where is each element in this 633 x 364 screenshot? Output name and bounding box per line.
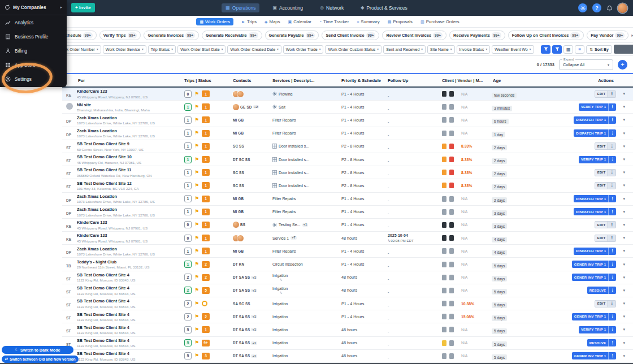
col-client-vendor-m[interactable]: Client | Vendor | M... (441, 78, 488, 83)
work-order-client-name[interactable]: Zach Xmas Location (77, 246, 183, 252)
row-action-button[interactable]: RESOLVE⋮ (587, 339, 617, 346)
trips-count[interactable]: 1 (184, 182, 192, 189)
status-flag-icon[interactable]: ⚑ (194, 236, 199, 241)
table-row[interactable]: ST SB Test Demo Client Site 41122 King R… (62, 310, 633, 323)
trips-count[interactable]: 0 (184, 90, 192, 98)
dark-mode-toggle-button[interactable]: ☾ Switch to Dark Mode (2, 346, 73, 354)
nav-network[interactable]: ◎Network (316, 3, 348, 12)
row-expand-chevron-icon[interactable]: ▾ (623, 223, 625, 227)
services-more-badge[interactable]: +1 (302, 223, 309, 227)
menu-item-settings[interactable]: Settings (0, 72, 67, 86)
work-order-client-name[interactable]: KinderCare 123 (77, 220, 183, 225)
status-flag-icon[interactable]: ⚑ (194, 196, 199, 201)
trips-count[interactable]: 2 (184, 274, 192, 281)
filter-invoice-status[interactable]: Invoice Status▾ (457, 45, 491, 54)
client-doc-icon[interactable] (442, 340, 446, 346)
status-flag-icon[interactable]: ⚑ (194, 144, 199, 149)
status-flag-icon[interactable]: ⚑ (194, 157, 199, 162)
status-flag-icon[interactable]: ⚑ (194, 183, 199, 188)
status-count-badge[interactable]: 1 (202, 103, 210, 110)
client-doc-icon[interactable] (442, 262, 446, 267)
work-order-client-name[interactable]: SB Test Demo Client Site 4 (77, 298, 183, 304)
client-doc-icon[interactable] (442, 91, 446, 97)
trips-count[interactable]: 2 (184, 287, 192, 294)
table-row[interactable]: KE KinderCare 12345 Whippany Road, Whipp… (62, 88, 633, 101)
filter-trip-status[interactable]: Trip Status▾ (148, 45, 176, 54)
sort-by-button[interactable]: ⇅Sort By (586, 45, 612, 54)
trips-count[interactable]: 1 (184, 261, 192, 268)
row-expand-chevron-icon[interactable]: ▾ (623, 157, 625, 162)
menu-item-business-profile[interactable]: Business Profile (0, 29, 67, 44)
row-action-button[interactable]: VERIFY TRIP 1⋮ (579, 326, 617, 333)
stage-generate-invoices[interactable]: Generate Invoices99+ (144, 31, 199, 40)
vendor-doc-icon[interactable] (449, 209, 454, 215)
notifications-bell-icon[interactable] (606, 5, 613, 11)
row-action-button[interactable]: VERIFY TRIP 1⋮ (579, 156, 617, 163)
row-action-button[interactable]: EDIT⋮ (595, 169, 617, 176)
work-order-client-name[interactable]: Zach Xmas Location (77, 115, 183, 120)
stage-verify-trips[interactable]: Verify Trips99+ (99, 31, 141, 40)
vendor-doc-icon[interactable] (449, 248, 454, 254)
contacts-more-badge[interactable]: +1 (251, 315, 257, 318)
row-expand-chevron-icon[interactable]: ▾ (623, 118, 625, 122)
contact-initials[interactable]: MI GB (233, 131, 244, 135)
row-action-button[interactable]: EDIT⋮ (595, 90, 617, 98)
contacts-more-badge[interactable]: +2 (253, 105, 259, 109)
row-expand-chevron-icon[interactable]: ▾ (623, 144, 625, 149)
filter-work-order-start-date[interactable]: Work Order Start Date▾ (177, 45, 226, 54)
status-flag-icon[interactable]: ⚑ (194, 288, 199, 293)
kebab-menu-icon[interactable]: ⋮ (608, 195, 616, 202)
tab-calendar[interactable]: ▣Calendar (288, 19, 311, 24)
table-row[interactable]: ST SB Test Demo Client Site 12101 Hwy 33… (62, 179, 633, 192)
status-flag-icon[interactable]: ⚑ (194, 353, 199, 358)
support-gear-icon[interactable] (578, 3, 587, 12)
status-count-badge[interactable]: 1 (202, 248, 210, 254)
work-order-client-name[interactable]: SB Test Demo Client Site 12 (77, 181, 183, 186)
vendor-doc-icon[interactable] (449, 196, 454, 202)
stage-review-client-invoices[interactable]: Review Client Invoices99+ (382, 31, 446, 40)
menu-item-my-companies[interactable]: My Companies ▸ (0, 0, 67, 15)
row-action-button[interactable]: GENER INV TRIP 1⋮ (572, 313, 617, 320)
table-row[interactable]: DP Zach Xmas Location1073 Lakeshore Driv… (62, 193, 633, 206)
services-more-badge[interactable]: +7 (291, 236, 297, 240)
trips-count[interactable]: 1 (184, 195, 192, 202)
contact-avatars[interactable] (233, 104, 239, 110)
work-order-client-name[interactable]: SB Test Demo Client Site 10 (77, 154, 183, 159)
trips-count[interactable]: 5 (184, 326, 192, 333)
row-expand-chevron-icon[interactable]: ▾ (623, 301, 625, 306)
vendor-doc-icon[interactable] (449, 183, 454, 188)
row-action-button[interactable]: EDIT⋮ (595, 300, 617, 307)
work-order-client-name[interactable]: Zach Xmas Location (77, 207, 183, 212)
row-action-button[interactable]: RESOLVE⋮ (587, 287, 617, 294)
vendor-doc-icon[interactable] (449, 157, 454, 162)
trips-count[interactable]: 1 (184, 248, 192, 255)
row-expand-chevron-icon[interactable]: ▾ (623, 341, 625, 345)
row-expand-chevron-icon[interactable]: ▾ (623, 197, 625, 201)
work-order-client-name[interactable]: NN site (77, 102, 183, 107)
stage-generate-payable[interactable]: Generate Payable99+ (265, 31, 319, 40)
client-doc-icon[interactable] (442, 248, 446, 254)
table-row[interactable]: ST SB Test Demo Client Site 41122 King R… (62, 297, 633, 310)
work-order-client-name[interactable]: SB Test Demo Client Site 4 (77, 285, 183, 291)
grid-view-button[interactable]: ▦ (563, 45, 573, 54)
client-doc-icon[interactable] (442, 196, 446, 202)
row-expand-chevron-icon[interactable]: ▾ (623, 327, 625, 332)
kebab-menu-icon[interactable]: ⋮ (608, 103, 616, 111)
row-action-button[interactable]: DISPATCH TRIP 1⋮ (574, 129, 616, 137)
tab-time-tracker[interactable]: ◔Time Tracker (319, 19, 349, 24)
col-follow-up[interactable]: Follow Up (387, 78, 441, 83)
table-row[interactable]: NN siteBharsingi, Maharashtra, India, Bh… (62, 101, 633, 114)
status-count-badge[interactable]: 1 (202, 90, 210, 97)
status-flag-icon[interactable]: ⚑ (194, 314, 199, 319)
stage-generate-receivable[interactable]: Generate Receivable99+ (202, 31, 262, 40)
vendor-doc-icon[interactable] (449, 327, 454, 332)
expand-collapse-select[interactable]: Expand Collapse All ▾ (559, 59, 613, 70)
work-order-client-name[interactable]: Zach Xmas Location (77, 128, 183, 133)
row-expand-chevron-icon[interactable]: ▾ (623, 262, 625, 267)
status-count-badge[interactable]: 1 (202, 326, 210, 333)
add-work-order-button[interactable]: + (618, 60, 627, 70)
contacts-more-badge[interactable]: +1 (251, 328, 257, 331)
trips-count[interactable]: 1 (184, 169, 192, 176)
col-services-descript[interactable]: Services | Descript... (271, 78, 340, 83)
stage-pay-vendor[interactable]: Pay Vendor99+ (587, 31, 628, 40)
